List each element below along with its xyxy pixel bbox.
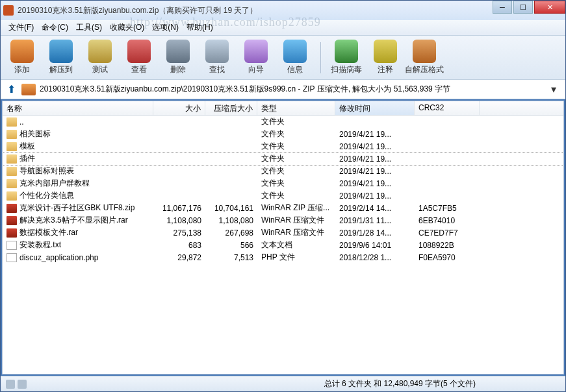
- info-button[interactable]: 信息: [280, 40, 310, 75]
- file-size: [153, 171, 205, 172]
- close-button[interactable]: ✕: [534, 1, 565, 14]
- file-type: 文件夹: [257, 153, 335, 165]
- table-row[interactable]: 解决克米3.5帖子不显示图片.rar1,108,0801,108,080WinR…: [3, 214, 563, 227]
- menu-file[interactable]: 文件(F): [5, 21, 38, 34]
- file-type: PHP 文件: [257, 251, 335, 263]
- file-name: 个性化分类信息: [19, 190, 74, 201]
- find-button[interactable]: 查找: [202, 40, 232, 75]
- file-folder-icon: [6, 179, 17, 188]
- sfx-icon: [413, 40, 436, 63]
- file-packed: [205, 183, 257, 184]
- file-type: WinRAR 压缩文件: [257, 227, 335, 239]
- file-type: WinRAR ZIP 压缩...: [257, 202, 335, 214]
- file-packed: 566: [205, 240, 257, 251]
- menu-help[interactable]: 帮助(H): [183, 21, 217, 34]
- table-row[interactable]: discuz_application.php29,8727,513PHP 文件2…: [3, 251, 563, 263]
- file-crc: [415, 158, 480, 160]
- menu-bar: 文件(F) 命令(C) 工具(S) 收藏夹(O) 选项(N) 帮助(H): [1, 20, 565, 36]
- virus-button[interactable]: 扫描病毒: [331, 40, 361, 75]
- col-name[interactable]: 名称: [3, 101, 153, 115]
- sfx-button[interactable]: 自解压格式: [409, 40, 439, 75]
- file-packed: [205, 121, 257, 123]
- file-type: 文件夹: [257, 116, 335, 128]
- up-button[interactable]: ⬆: [5, 83, 18, 96]
- maximize-button[interactable]: ☐: [513, 1, 533, 14]
- file-date: 2019/2/14 14...: [335, 203, 415, 214]
- path-dropdown[interactable]: ▾: [551, 83, 561, 95]
- file-name: 相关图标: [19, 129, 51, 140]
- file-packed: [205, 171, 257, 172]
- file-folder-icon: [6, 167, 17, 176]
- col-type[interactable]: 类型: [257, 101, 335, 115]
- file-crc: [415, 121, 480, 123]
- status-bar: 总计 6 文件夹 和 12,480,949 字节(5 个文件): [1, 376, 565, 391]
- table-row[interactable]: 个性化分类信息文件夹2019/4/21 19...: [3, 190, 563, 202]
- file-rar-icon: [6, 228, 17, 238]
- file-crc: 1A5C7FB5: [415, 203, 480, 214]
- table-row[interactable]: 相关图标文件夹2019/4/21 19...: [3, 128, 563, 140]
- main-window: 20190310克米3.51新版ziyuanbu.com.zip（离购买许可只剩…: [0, 0, 566, 392]
- file-size: 11,067,176: [153, 203, 205, 214]
- address-bar: ⬆ 20190310克米3.51新版ziyuanbu.com.zip\20190…: [1, 80, 565, 99]
- file-size: [153, 146, 205, 147]
- add-button[interactable]: 添加: [7, 40, 37, 75]
- delete-button[interactable]: 删除: [163, 40, 193, 75]
- col-crc[interactable]: CRC32: [415, 101, 480, 115]
- menu-command[interactable]: 命令(C): [38, 21, 72, 34]
- title-bar[interactable]: 20190310克米3.51新版ziyuanbu.com.zip（离购买许可只剩…: [1, 1, 565, 20]
- file-packed: [205, 158, 257, 160]
- file-name: 数据模板文件.rar: [19, 227, 78, 238]
- col-date[interactable]: 修改时间: [335, 101, 415, 115]
- info-icon: [283, 40, 307, 63]
- file-name: 安装教程.txt: [19, 239, 61, 251]
- file-date: 2019/4/21 19...: [335, 166, 415, 177]
- file-size: 29,872: [153, 252, 205, 263]
- file-list: 名称 大小 压缩后大小 类型 修改时间 CRC32 ..文件夹相关图标文件夹20…: [2, 101, 564, 374]
- file-date: [335, 121, 415, 123]
- status-text: 总计 6 文件夹 和 12,480,949 字节(5 个文件): [324, 378, 476, 389]
- table-row[interactable]: 插件文件夹2019/4/21 19...: [3, 153, 563, 165]
- col-size[interactable]: 大小: [153, 101, 205, 115]
- file-size: 1,108,080: [153, 215, 205, 226]
- view-icon: [127, 40, 151, 63]
- file-size: 683: [153, 240, 205, 251]
- file-crc: F0EA5970: [415, 252, 480, 263]
- file-name: discuz_application.php: [19, 253, 98, 262]
- table-row[interactable]: 克米设计-西子社区GBK UTF8.zip11,067,17610,704,16…: [3, 202, 563, 214]
- file-packed: [205, 134, 257, 135]
- file-folder-icon: [6, 191, 17, 201]
- comment-button[interactable]: 注释: [370, 40, 400, 75]
- table-row[interactable]: 安装教程.txt683566文本文档2019/9/6 14:011088922B: [3, 239, 563, 251]
- col-packed[interactable]: 压缩后大小: [205, 101, 257, 115]
- test-button[interactable]: 测试: [85, 40, 115, 75]
- virus-icon: [335, 40, 358, 63]
- file-size: [153, 195, 205, 197]
- menu-tools[interactable]: 工具(S): [72, 21, 106, 34]
- status-key-icon[interactable]: [18, 380, 27, 389]
- file-crc: 6EB74010: [415, 215, 480, 226]
- table-row[interactable]: 模板文件夹2019/4/21 19...: [3, 140, 563, 153]
- table-row[interactable]: 数据模板文件.rar275,138267,698WinRAR 压缩文件2019/…: [3, 227, 563, 239]
- menu-options[interactable]: 选项(N): [148, 21, 183, 34]
- list-body[interactable]: ..文件夹相关图标文件夹2019/4/21 19...模板文件夹2019/4/2…: [3, 116, 563, 374]
- menu-favorites[interactable]: 收藏夹(O): [106, 21, 148, 34]
- toolbar-separator: [320, 42, 321, 73]
- archive-icon: [21, 84, 36, 95]
- table-row[interactable]: ..文件夹: [3, 116, 563, 128]
- status-lock-icon[interactable]: [6, 380, 15, 389]
- wizard-button[interactable]: 向导: [241, 40, 271, 75]
- file-crc: [415, 195, 480, 197]
- file-php-icon: [6, 253, 17, 262]
- minimize-button[interactable]: ─: [493, 1, 512, 14]
- file-date: 2019/4/21 19...: [335, 178, 415, 189]
- file-date: 2019/4/21 19...: [335, 154, 415, 164]
- app-icon: [3, 5, 14, 16]
- file-name: 解决克米3.5帖子不显示图片.rar: [19, 215, 128, 226]
- table-row[interactable]: 导航图标对照表文件夹2019/4/21 19...: [3, 165, 563, 177]
- file-crc: 1088922B: [415, 240, 480, 251]
- table-row[interactable]: 克米内部用户群教程文件夹2019/4/21 19...: [3, 177, 563, 190]
- file-packed: 10,704,161: [205, 203, 257, 214]
- extract-button[interactable]: 解压到: [46, 40, 76, 75]
- view-button[interactable]: 查看: [124, 40, 154, 75]
- path-text[interactable]: 20190310克米3.51新版ziyuanbu.com.zip\2019031…: [40, 84, 547, 95]
